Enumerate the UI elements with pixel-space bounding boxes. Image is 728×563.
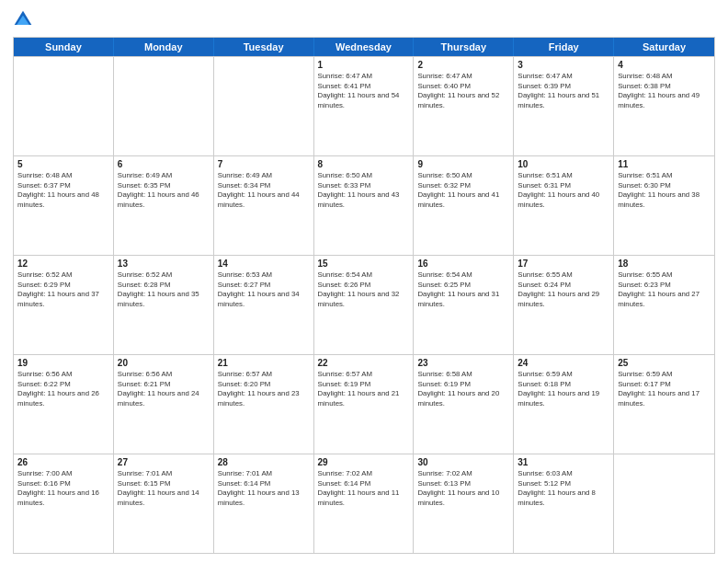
day-cell: 19Sunrise: 6:56 AM Sunset: 6:22 PM Dayli… bbox=[14, 355, 114, 454]
day-cell: 14Sunrise: 6:53 AM Sunset: 6:27 PM Dayli… bbox=[214, 256, 314, 354]
day-info: Sunrise: 6:52 AM Sunset: 6:29 PM Dayligh… bbox=[17, 270, 109, 309]
day-cell: 18Sunrise: 6:55 AM Sunset: 6:23 PM Dayli… bbox=[614, 256, 714, 354]
day-info: Sunrise: 6:48 AM Sunset: 6:37 PM Dayligh… bbox=[17, 171, 109, 210]
page: SundayMondayTuesdayWednesdayThursdayFrid… bbox=[0, 0, 728, 563]
day-number: 15 bbox=[318, 259, 410, 269]
day-info: Sunrise: 6:47 AM Sunset: 6:41 PM Dayligh… bbox=[318, 72, 410, 110]
day-info: Sunrise: 6:56 AM Sunset: 6:22 PM Dayligh… bbox=[17, 370, 109, 408]
day-info: Sunrise: 6:56 AM Sunset: 6:21 PM Dayligh… bbox=[118, 370, 210, 408]
day-info: Sunrise: 6:51 AM Sunset: 6:30 PM Dayligh… bbox=[618, 171, 711, 210]
day-cell: 30Sunrise: 7:02 AM Sunset: 6:13 PM Dayli… bbox=[414, 454, 514, 553]
day-cell: 3Sunrise: 6:47 AM Sunset: 6:39 PM Daylig… bbox=[514, 57, 614, 155]
day-cell: 2Sunrise: 6:47 AM Sunset: 6:40 PM Daylig… bbox=[414, 57, 514, 155]
day-info: Sunrise: 6:58 AM Sunset: 6:19 PM Dayligh… bbox=[417, 370, 509, 408]
header bbox=[13, 9, 715, 29]
day-cell: 24Sunrise: 6:59 AM Sunset: 6:18 PM Dayli… bbox=[514, 355, 614, 454]
day-info: Sunrise: 6:50 AM Sunset: 6:32 PM Dayligh… bbox=[417, 171, 509, 210]
day-info: Sunrise: 6:49 AM Sunset: 6:34 PM Dayligh… bbox=[218, 171, 310, 210]
day-cell: 26Sunrise: 7:00 AM Sunset: 6:16 PM Dayli… bbox=[14, 454, 114, 553]
week-row-3: 12Sunrise: 6:52 AM Sunset: 6:29 PM Dayli… bbox=[14, 255, 714, 354]
day-info: Sunrise: 7:00 AM Sunset: 6:16 PM Dayligh… bbox=[17, 469, 109, 508]
day-header-thursday: Thursday bbox=[414, 38, 514, 56]
weeks: 1Sunrise: 6:47 AM Sunset: 6:41 PM Daylig… bbox=[14, 56, 714, 553]
day-header-saturday: Saturday bbox=[614, 38, 714, 56]
day-cell bbox=[114, 57, 214, 155]
day-number: 30 bbox=[417, 457, 509, 467]
day-number: 24 bbox=[518, 358, 609, 368]
day-number: 2 bbox=[417, 60, 509, 70]
day-cell: 5Sunrise: 6:48 AM Sunset: 6:37 PM Daylig… bbox=[14, 156, 114, 255]
day-cell bbox=[614, 454, 714, 553]
calendar: SundayMondayTuesdayWednesdayThursdayFrid… bbox=[13, 37, 715, 554]
day-number: 31 bbox=[518, 457, 609, 467]
day-info: Sunrise: 7:01 AM Sunset: 6:15 PM Dayligh… bbox=[118, 469, 210, 508]
day-number: 28 bbox=[218, 457, 310, 467]
day-info: Sunrise: 6:54 AM Sunset: 6:25 PM Dayligh… bbox=[417, 270, 509, 309]
day-info: Sunrise: 7:02 AM Sunset: 6:14 PM Dayligh… bbox=[318, 469, 410, 508]
day-number: 11 bbox=[618, 159, 711, 169]
day-number: 5 bbox=[17, 159, 109, 169]
day-info: Sunrise: 6:55 AM Sunset: 6:23 PM Dayligh… bbox=[618, 270, 711, 309]
day-cell: 16Sunrise: 6:54 AM Sunset: 6:25 PM Dayli… bbox=[414, 256, 514, 354]
day-cell: 25Sunrise: 6:59 AM Sunset: 6:17 PM Dayli… bbox=[614, 355, 714, 454]
day-info: Sunrise: 6:52 AM Sunset: 6:28 PM Dayligh… bbox=[118, 270, 210, 309]
day-number: 10 bbox=[518, 159, 609, 169]
day-number: 23 bbox=[417, 358, 509, 368]
day-number: 12 bbox=[17, 259, 109, 269]
day-info: Sunrise: 6:49 AM Sunset: 6:35 PM Dayligh… bbox=[118, 171, 210, 210]
day-info: Sunrise: 6:55 AM Sunset: 6:24 PM Dayligh… bbox=[518, 270, 609, 309]
day-info: Sunrise: 6:53 AM Sunset: 6:27 PM Dayligh… bbox=[218, 270, 310, 309]
day-info: Sunrise: 6:59 AM Sunset: 6:18 PM Dayligh… bbox=[518, 370, 609, 408]
week-row-5: 26Sunrise: 7:00 AM Sunset: 6:16 PM Dayli… bbox=[14, 454, 714, 553]
week-row-4: 19Sunrise: 6:56 AM Sunset: 6:22 PM Dayli… bbox=[14, 354, 714, 454]
day-number: 1 bbox=[318, 60, 410, 70]
day-cell: 6Sunrise: 6:49 AM Sunset: 6:35 PM Daylig… bbox=[114, 156, 214, 255]
day-info: Sunrise: 6:51 AM Sunset: 6:31 PM Dayligh… bbox=[518, 171, 609, 210]
day-number: 27 bbox=[118, 457, 210, 467]
day-header-friday: Friday bbox=[514, 38, 614, 56]
day-cell: 8Sunrise: 6:50 AM Sunset: 6:33 PM Daylig… bbox=[314, 156, 415, 255]
day-header-wednesday: Wednesday bbox=[314, 38, 415, 56]
day-info: Sunrise: 6:50 AM Sunset: 6:33 PM Dayligh… bbox=[318, 171, 410, 210]
day-header-tuesday: Tuesday bbox=[214, 38, 314, 56]
day-cell bbox=[14, 57, 114, 155]
day-cell: 17Sunrise: 6:55 AM Sunset: 6:24 PM Dayli… bbox=[514, 256, 614, 354]
day-info: Sunrise: 6:57 AM Sunset: 6:20 PM Dayligh… bbox=[218, 370, 310, 408]
day-cell: 4Sunrise: 6:48 AM Sunset: 6:38 PM Daylig… bbox=[614, 57, 714, 155]
day-header-sunday: Sunday bbox=[14, 38, 114, 56]
day-number: 20 bbox=[118, 358, 210, 368]
day-info: Sunrise: 6:59 AM Sunset: 6:17 PM Dayligh… bbox=[618, 370, 711, 408]
day-cell: 22Sunrise: 6:57 AM Sunset: 6:19 PM Dayli… bbox=[314, 355, 415, 454]
day-number: 3 bbox=[518, 60, 609, 70]
week-row-2: 5Sunrise: 6:48 AM Sunset: 6:37 PM Daylig… bbox=[14, 155, 714, 255]
day-number: 26 bbox=[17, 457, 109, 467]
logo bbox=[13, 9, 35, 29]
day-info: Sunrise: 6:47 AM Sunset: 6:40 PM Dayligh… bbox=[417, 72, 509, 110]
day-info: Sunrise: 6:54 AM Sunset: 6:26 PM Dayligh… bbox=[318, 270, 410, 309]
day-number: 21 bbox=[218, 358, 310, 368]
day-header-monday: Monday bbox=[114, 38, 214, 56]
day-cell: 21Sunrise: 6:57 AM Sunset: 6:20 PM Dayli… bbox=[214, 355, 314, 454]
week-row-1: 1Sunrise: 6:47 AM Sunset: 6:41 PM Daylig… bbox=[14, 56, 714, 155]
day-number: 8 bbox=[318, 159, 410, 169]
day-info: Sunrise: 6:47 AM Sunset: 6:39 PM Dayligh… bbox=[518, 72, 609, 110]
day-headers: SundayMondayTuesdayWednesdayThursdayFrid… bbox=[14, 38, 714, 56]
day-info: Sunrise: 6:57 AM Sunset: 6:19 PM Dayligh… bbox=[318, 370, 410, 408]
day-number: 16 bbox=[417, 259, 509, 269]
day-cell: 12Sunrise: 6:52 AM Sunset: 6:29 PM Dayli… bbox=[14, 256, 114, 354]
day-cell: 28Sunrise: 7:01 AM Sunset: 6:14 PM Dayli… bbox=[214, 454, 314, 553]
day-number: 4 bbox=[618, 60, 711, 70]
day-number: 14 bbox=[218, 259, 310, 269]
day-cell: 15Sunrise: 6:54 AM Sunset: 6:26 PM Dayli… bbox=[314, 256, 415, 354]
day-cell: 29Sunrise: 7:02 AM Sunset: 6:14 PM Dayli… bbox=[314, 454, 415, 553]
day-cell: 23Sunrise: 6:58 AM Sunset: 6:19 PM Dayli… bbox=[414, 355, 514, 454]
day-number: 25 bbox=[618, 358, 711, 368]
day-cell: 13Sunrise: 6:52 AM Sunset: 6:28 PM Dayli… bbox=[114, 256, 214, 354]
day-number: 7 bbox=[218, 159, 310, 169]
day-number: 29 bbox=[318, 457, 410, 467]
day-number: 9 bbox=[417, 159, 509, 169]
day-info: Sunrise: 7:01 AM Sunset: 6:14 PM Dayligh… bbox=[218, 469, 310, 508]
day-cell: 20Sunrise: 6:56 AM Sunset: 6:21 PM Dayli… bbox=[114, 355, 214, 454]
day-number: 22 bbox=[318, 358, 410, 368]
day-info: Sunrise: 7:02 AM Sunset: 6:13 PM Dayligh… bbox=[417, 469, 509, 508]
